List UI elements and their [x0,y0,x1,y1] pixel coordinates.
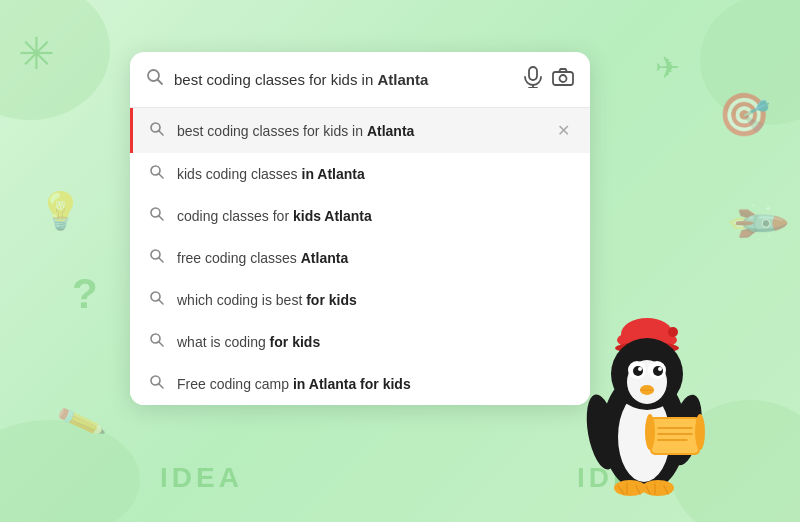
search-card: best coding classes for kids in Atlanta [130,52,590,405]
svg-point-10 [560,75,567,82]
bulb-decoration: 💡 [38,190,83,232]
idea-decoration-left: IDEA [160,462,243,494]
target-decoration: 🎯 [718,90,770,139]
suggestion-text-1: best coding classes for kids in Atlanta [177,123,541,139]
close-suggestion-1[interactable]: ✕ [553,119,574,142]
search-icon-main [146,68,164,91]
svg-point-45 [645,414,655,450]
suggestion-item-1[interactable]: best coding classes for kids in Atlanta … [130,108,590,153]
search-prefix: best coding classes for kids in [174,71,377,88]
search-icon-7 [149,374,165,394]
suggestion-item-7[interactable]: Free coding camp in Atlanta for kids [130,363,590,405]
svg-line-22 [159,342,163,346]
search-bar[interactable]: best coding classes for kids in Atlanta [130,52,590,108]
suggestion-text-2: kids coding classes in Atlanta [177,166,574,182]
camera-icon[interactable] [552,68,574,91]
svg-line-18 [159,258,163,262]
search-icon-3 [149,206,165,226]
svg-line-16 [159,216,163,220]
svg-point-38 [658,367,662,371]
suggestion-text-7: Free coding camp in Atlanta for kids [177,376,574,392]
penguin-character [572,302,712,502]
svg-line-12 [159,131,163,135]
search-bold: Atlanta [377,71,428,88]
search-icon-4 [149,248,165,268]
svg-point-46 [695,414,705,450]
suggestions-list: best coding classes for kids in Atlanta … [130,108,590,405]
mic-icon[interactable] [524,66,542,93]
suggestion-text-3: coding classes for kids Atlanta [177,208,574,224]
virus-decoration: ✳ [18,28,55,79]
svg-point-0 [0,0,110,120]
rocket-decoration: 🚀 [723,189,792,258]
svg-point-27 [668,327,678,337]
suggestion-text-4: free coding classes Atlanta [177,250,574,266]
suggestion-item-5[interactable]: which coding is best for kids [130,279,590,321]
suggestion-item-2[interactable]: kids coding classes in Atlanta [130,153,590,195]
svg-rect-9 [553,72,573,85]
suggestion-item-3[interactable]: coding classes for kids Atlanta [130,195,590,237]
question-decoration: ? [72,270,98,318]
svg-line-14 [159,174,163,178]
svg-rect-6 [529,67,537,80]
svg-point-37 [638,367,642,371]
svg-point-35 [633,366,643,376]
search-bar-text: best coding classes for kids in Atlanta [174,71,514,88]
plane-decoration: ✈ [655,50,680,85]
search-icon-5 [149,290,165,310]
pencil-decoration: ✏️ [54,396,107,448]
svg-line-5 [158,80,163,85]
search-icon-2 [149,164,165,184]
suggestion-item-4[interactable]: free coding classes Atlanta [130,237,590,279]
search-icon-1 [149,121,165,141]
svg-point-36 [653,366,663,376]
svg-line-20 [159,300,163,304]
suggestion-text-5: which coding is best for kids [177,292,574,308]
search-icon-6 [149,332,165,352]
svg-rect-44 [652,419,698,453]
penguin-svg [572,302,712,502]
suggestion-text-6: what is coding for kids [177,334,574,350]
suggestion-item-6[interactable]: what is coding for kids [130,321,590,363]
svg-line-24 [159,384,163,388]
